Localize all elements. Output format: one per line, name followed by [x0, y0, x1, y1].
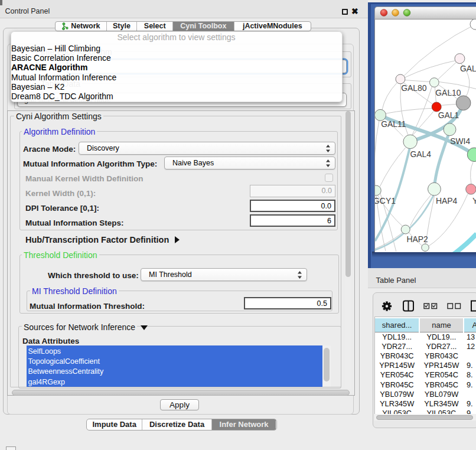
svg-text:SWI4: SWI4 [450, 136, 470, 146]
svg-text:GAL80: GAL80 [401, 83, 427, 93]
svg-text:HAP4: HAP4 [436, 196, 458, 206]
svg-text:YEL: YEL [472, 196, 476, 206]
svg-text:HAP2: HAP2 [406, 234, 428, 244]
svg-text:GAL11: GAL11 [381, 119, 406, 129]
svg-text:GAL10: GAL10 [435, 88, 461, 97]
svg-text:GCY1: GCY1 [374, 196, 396, 206]
svg-text:GAL1: GAL1 [438, 110, 459, 120]
svg-text:GAL4: GAL4 [410, 149, 431, 159]
svg-text:GAL2: GAL2 [460, 64, 476, 73]
